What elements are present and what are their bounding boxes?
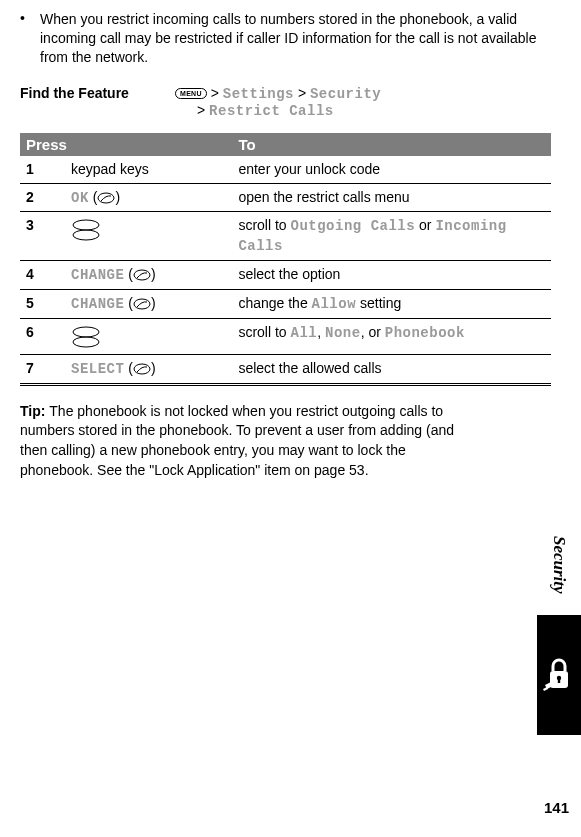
to-text: , or [361, 324, 385, 340]
path-restrict-calls: Restrict Calls [209, 103, 334, 119]
svg-point-4 [134, 299, 150, 309]
svg-rect-10 [558, 678, 560, 683]
press-cell: SELECT () [65, 354, 232, 384]
press-cell: keypad keys [65, 156, 232, 183]
to-option: All [291, 325, 318, 341]
path-sep: > [298, 85, 306, 101]
path-settings: Settings [223, 86, 294, 102]
softkey-label: CHANGE [71, 267, 124, 283]
bullet-text: When you restrict incoming calls to numb… [40, 10, 551, 67]
table-row: 6 scroll to All, None, or Phonebook [20, 319, 551, 355]
steps-table: Press To 1 keypad keys enter your unlock… [20, 133, 551, 386]
to-text: or [415, 217, 435, 233]
to-cell: enter your unlock code [232, 156, 551, 183]
to-text: scroll to [238, 217, 290, 233]
section-label: Security [537, 515, 581, 615]
table-row: 1 keypad keys enter your unlock code [20, 156, 551, 183]
softkey-label: CHANGE [71, 296, 124, 312]
to-text: change the [238, 295, 311, 311]
press-cell [65, 319, 232, 355]
scroll-key-icon [71, 326, 101, 353]
step-number: 3 [20, 212, 65, 261]
find-feature-path: MENU > Settings > Security > Restrict Ca… [175, 85, 551, 119]
header-press: Press [20, 133, 232, 156]
tip-paragraph: Tip: The phonebook is not locked when yo… [20, 402, 460, 480]
to-cell: change the Allow setting [232, 290, 551, 319]
softkey-label: SELECT [71, 361, 124, 377]
step-number: 7 [20, 354, 65, 384]
to-cell: scroll to All, None, or Phonebook [232, 319, 551, 355]
tip-label: Tip: [20, 403, 49, 419]
to-text: scroll to [238, 324, 290, 340]
tip-text: The phonebook is not locked when you res… [20, 403, 454, 478]
to-option: None [325, 325, 361, 341]
path-security: Security [310, 86, 381, 102]
scroll-key-icon [71, 219, 101, 246]
menu-key-icon: MENU [175, 88, 207, 99]
to-cell: select the option [232, 261, 551, 290]
table-row: 2 OK () open the restrict calls menu [20, 183, 551, 212]
to-option: Phonebook [385, 325, 465, 341]
press-cell: OK () [65, 183, 232, 212]
to-cell: scroll to Outgoing Calls or Incoming Cal… [232, 212, 551, 261]
find-feature-label: Find the Feature [20, 85, 175, 101]
to-option: Outgoing Calls [291, 218, 416, 234]
to-cell: select the allowed calls [232, 354, 551, 384]
softkey-icon [133, 296, 151, 315]
table-row: 5 CHANGE () change the Allow setting [20, 290, 551, 319]
path-sep: > [211, 85, 219, 101]
step-number: 1 [20, 156, 65, 183]
softkey-icon [97, 190, 115, 209]
press-cell [65, 212, 232, 261]
step-number: 5 [20, 290, 65, 319]
path-sep: > [197, 102, 205, 118]
side-tab: Security [537, 515, 581, 735]
section-icon-box [537, 615, 581, 735]
to-cell: open the restrict calls menu [232, 183, 551, 212]
table-row: 4 CHANGE () select the option [20, 261, 551, 290]
bullet-marker: • [20, 10, 40, 67]
to-option: Allow [312, 296, 357, 312]
bullet-item: • When you restrict incoming calls to nu… [20, 10, 551, 67]
lock-icon [541, 655, 577, 695]
softkey-icon [133, 361, 151, 380]
svg-point-6 [73, 337, 99, 347]
svg-point-2 [73, 230, 99, 240]
to-text: , [317, 324, 325, 340]
svg-point-3 [134, 270, 150, 280]
press-cell: CHANGE () [65, 261, 232, 290]
step-number: 4 [20, 261, 65, 290]
page-number: 141 [544, 799, 569, 816]
svg-point-0 [98, 193, 114, 203]
svg-point-5 [73, 327, 99, 337]
find-the-feature: Find the Feature MENU > Settings > Secur… [20, 85, 551, 119]
table-row: 7 SELECT () select the allowed calls [20, 354, 551, 384]
svg-point-7 [134, 364, 150, 374]
svg-point-1 [73, 220, 99, 230]
to-text: setting [356, 295, 401, 311]
softkey-icon [133, 267, 151, 286]
header-to: To [232, 133, 551, 156]
press-cell: CHANGE () [65, 290, 232, 319]
table-row: 3 scroll to Outgoing Calls or Incoming C… [20, 212, 551, 261]
step-number: 6 [20, 319, 65, 355]
step-number: 2 [20, 183, 65, 212]
softkey-label: OK [71, 190, 89, 206]
table-header-row: Press To [20, 133, 551, 156]
